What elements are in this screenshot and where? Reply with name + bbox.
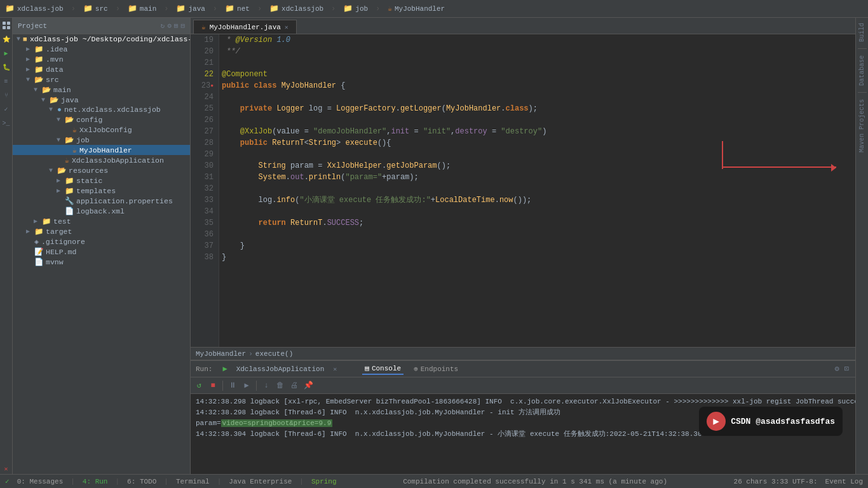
tab-myjobhandler[interactable]: ☕ MyJobHandler.java ✕ bbox=[193, 20, 297, 34]
structure-icon[interactable]: ≡ bbox=[1, 76, 11, 86]
todo-tab[interactable]: 6: TODO bbox=[127, 478, 156, 485]
code-line-19: * @Version 1.0 bbox=[222, 34, 853, 46]
expand-icon[interactable]: ⊞ bbox=[174, 22, 179, 30]
tree-src[interactable]: ▼ 📂 src bbox=[13, 74, 190, 85]
tree-resources[interactable]: ▼ 📂 resources bbox=[13, 165, 190, 175]
tab-console[interactable]: ▤ Console bbox=[362, 363, 403, 375]
tree-job-folder[interactable]: ▼ 📂 job bbox=[13, 135, 190, 145]
pin-button[interactable]: 📌 bbox=[302, 380, 314, 391]
svg-rect-0 bbox=[3, 22, 6, 25]
terminal-tab[interactable]: Terminal bbox=[176, 478, 210, 485]
sync-icon[interactable]: ↻ bbox=[161, 22, 165, 30]
tree-package[interactable]: ▼ ● net.xdclass.xdclassjob bbox=[13, 105, 190, 114]
tree-myjobhandler[interactable]: ☕ MyJobHandler bbox=[13, 145, 190, 155]
tree-mvn[interactable]: ▶ 📁 .mvn bbox=[13, 54, 190, 64]
code-editor[interactable]: 19 20 21 22 23 ● 24 25 26 27 28 29 30 31… bbox=[191, 34, 855, 347]
settings-icon[interactable]: ⚙ bbox=[834, 363, 841, 375]
tree-gitignore[interactable]: ◈ .gitignore bbox=[13, 236, 190, 247]
folder-icon: 📁 bbox=[34, 65, 43, 74]
log-line-1: 14:32:38.298 logback [xxl-rpc, EmbedServ… bbox=[196, 396, 850, 407]
tree-xdclassjobapp[interactable]: ☕ XdclassJobApplication bbox=[13, 155, 190, 165]
tree-java-folder[interactable]: ▼ 📂 java bbox=[13, 95, 190, 105]
folder-icon: 📁 bbox=[225, 4, 234, 13]
close-red-icon[interactable]: ✕ bbox=[1, 464, 11, 474]
tree-root[interactable]: ▼ ■ xdclass-job ~/Desktop/coding/xdclass… bbox=[13, 34, 190, 44]
tree-idea[interactable]: ▶ 📁 .idea bbox=[13, 44, 190, 54]
tree-helpmd[interactable]: 📝 HELP.md bbox=[13, 247, 190, 257]
tree-main[interactable]: ▼ 📂 main bbox=[13, 85, 190, 95]
code-line-24 bbox=[222, 92, 853, 103]
top-nav-xdclass-job[interactable]: 📁 xdclass-job bbox=[5, 4, 64, 13]
folder-icon: 📂 bbox=[42, 85, 51, 94]
run-tab[interactable]: 4: Run bbox=[83, 478, 108, 485]
gear-icon[interactable]: ⚙ bbox=[167, 22, 172, 30]
tree-logback-xml[interactable]: 📄 logback.xml bbox=[13, 206, 190, 216]
java-enterprise-tab[interactable]: Java Enterprise bbox=[229, 478, 292, 485]
top-nav-xdclassjob[interactable]: 📁 xdclassjob bbox=[269, 4, 323, 13]
database-label[interactable]: Database bbox=[857, 53, 867, 88]
folder-icon: 📁 bbox=[269, 4, 279, 13]
tree-target[interactable]: ▶ 📁 target bbox=[13, 226, 190, 236]
line-num-33: 33 bbox=[191, 194, 214, 206]
tree-test[interactable]: ▶ 📁 test bbox=[13, 216, 190, 226]
terminal-icon-left[interactable]: >_ bbox=[1, 118, 11, 128]
clear-button[interactable]: 🗑 bbox=[275, 380, 286, 391]
tree-xxljobconfig[interactable]: ☕ XxlJobConfig bbox=[13, 125, 190, 135]
tree-mvnw[interactable]: 📄 mvnw bbox=[13, 257, 190, 267]
top-nav-main[interactable]: 📁 main bbox=[128, 4, 156, 13]
close-run-icon[interactable]: ✕ bbox=[333, 365, 337, 373]
folder-icon: 📁 bbox=[34, 227, 43, 236]
stop-button[interactable]: ■ bbox=[207, 380, 219, 391]
top-nav-job[interactable]: 📁 job bbox=[343, 4, 368, 13]
code-line-28: public ReturnT<String> execute(){ bbox=[222, 137, 853, 149]
code-content[interactable]: * @Version 1.0 **/ @Component public cla… bbox=[219, 34, 855, 347]
tree-config[interactable]: ▼ 📂 config bbox=[13, 114, 190, 125]
git-icon: ◈ bbox=[34, 237, 39, 246]
bottom-bar: ✓ 0: Messages | 4: Run | 6: TODO | Termi… bbox=[0, 474, 868, 488]
build-label[interactable]: Build bbox=[857, 20, 867, 44]
folder-icon: 📁 bbox=[65, 186, 74, 195]
props-icon: 🔧 bbox=[65, 196, 74, 205]
top-nav-java[interactable]: 📁 java bbox=[176, 4, 205, 13]
top-nav-src[interactable]: 📁 src bbox=[83, 4, 108, 13]
code-line-29 bbox=[222, 149, 853, 160]
debug-icon[interactable]: 🐛 bbox=[1, 62, 11, 72]
event-log-tab[interactable]: Event Log bbox=[825, 478, 863, 485]
breadcrumb-myjobhandler[interactable]: MyJobHandler bbox=[196, 350, 246, 358]
run-app-label[interactable]: XdclassJobApplication bbox=[236, 365, 325, 373]
tree-data[interactable]: ▶ 📁 data bbox=[13, 64, 190, 74]
top-nav-myjobhandler[interactable]: ☕ MyJobHandler bbox=[388, 4, 445, 13]
tree-templates[interactable]: ▶ 📁 templates bbox=[13, 186, 190, 196]
tree-label: static bbox=[76, 177, 102, 185]
close-tab-icon[interactable]: ✕ bbox=[285, 24, 288, 31]
tree-label: XdclassJobApplication bbox=[72, 156, 164, 165]
maven-label[interactable]: Maven Projects bbox=[857, 97, 867, 155]
tree-label: .idea bbox=[46, 45, 68, 53]
breadcrumb-execute[interactable]: execute() bbox=[255, 350, 293, 358]
restore-icon[interactable]: ⊡ bbox=[843, 363, 850, 375]
project-icon[interactable] bbox=[1, 20, 11, 30]
line-num-32: 32 bbox=[191, 183, 214, 194]
messages-tab[interactable]: 0: Messages bbox=[17, 478, 64, 485]
line-num-34: 34 bbox=[191, 206, 214, 217]
tree-label: test bbox=[53, 217, 71, 226]
print-button[interactable]: 🖨 bbox=[288, 380, 300, 391]
tree-static[interactable]: ▶ 📁 static bbox=[13, 175, 190, 186]
watermark-text: CSDN @asadsfasfasdfas bbox=[731, 417, 835, 426]
restart-button[interactable]: ↺ bbox=[193, 380, 205, 391]
todo-icon-left[interactable]: ✓ bbox=[1, 104, 11, 114]
top-nav-net[interactable]: 📁 net bbox=[225, 4, 250, 13]
expand-arrow: ▼ bbox=[39, 97, 47, 104]
collapse-icon[interactable]: ⊟ bbox=[180, 22, 185, 30]
expand-arrow: ▼ bbox=[55, 137, 62, 144]
separator: | bbox=[299, 478, 304, 485]
spring-tab[interactable]: Spring bbox=[311, 478, 337, 485]
run-icon-left[interactable]: ▶ bbox=[1, 48, 11, 58]
resume-button[interactable]: ▶ bbox=[241, 380, 252, 391]
tree-application-props[interactable]: 🔧 application.properties bbox=[13, 196, 190, 206]
pause-button[interactable]: ⏸ bbox=[227, 380, 238, 391]
tab-endpoints[interactable]: ⊕ Endpoints bbox=[411, 363, 461, 374]
git-icon[interactable]: ⑂ bbox=[1, 90, 11, 100]
scroll-end-button[interactable]: ↓ bbox=[261, 380, 272, 391]
favorites-icon[interactable]: ⭐ bbox=[1, 34, 11, 44]
